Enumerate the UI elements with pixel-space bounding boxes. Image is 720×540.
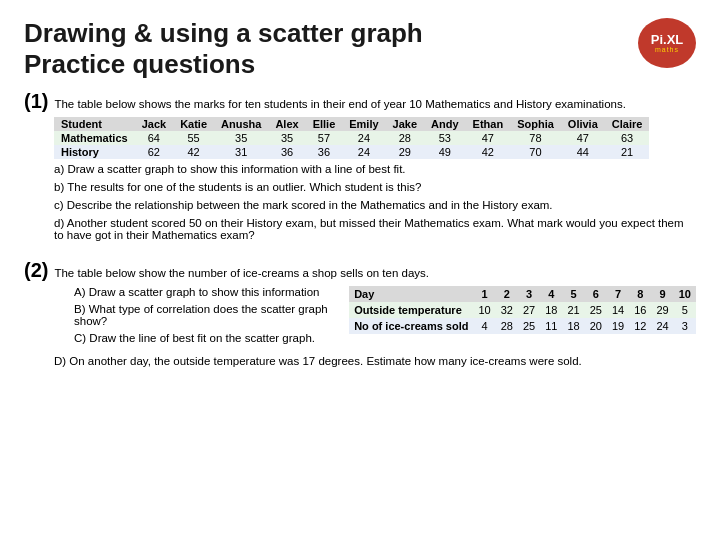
history-label: History [54, 145, 135, 159]
ice-question-d: D) On another day, the outside temperatu… [54, 355, 696, 367]
history-ethan: 42 [466, 145, 511, 159]
section2-questions: A) Draw a scatter graph to show this inf… [74, 286, 339, 349]
col-sophia: Sophia [510, 117, 561, 131]
pixl-logo: Pi.XL maths [638, 18, 696, 68]
section1-number: (1) [24, 90, 48, 113]
history-anusha: 31 [214, 145, 268, 159]
math-alex: 35 [268, 131, 305, 145]
ice-sold-label: No of ice-creams sold [349, 318, 473, 334]
pixl-sub: maths [651, 46, 684, 53]
question-c: c) Describe the relationship between the… [54, 199, 696, 211]
page: Drawing & using a scatter graph Practice… [0, 0, 720, 393]
history-andy: 49 [424, 145, 466, 159]
math-jack: 64 [135, 131, 173, 145]
math-olivia: 47 [561, 131, 605, 145]
math-katie: 55 [173, 131, 214, 145]
history-katie: 42 [173, 145, 214, 159]
section2-number: (2) [24, 259, 48, 282]
history-claire: 21 [605, 145, 650, 159]
history-alex: 36 [268, 145, 305, 159]
section1-table: Student Jack Katie Anusha Alex Ellie Emi… [54, 117, 649, 159]
ice-day-header: Day [349, 286, 473, 302]
ice-temp-row: Outside temperature 10 32 27 18 21 25 14… [349, 302, 696, 318]
section2-table: Day 1 2 3 4 5 6 7 8 9 10 Outside tempera… [349, 286, 696, 334]
col-ellie: Ellie [306, 117, 343, 131]
history-jake: 29 [386, 145, 424, 159]
question-a: a) Draw a scatter graph to show this inf… [54, 163, 696, 175]
history-olivia: 44 [561, 145, 605, 159]
history-sophia: 70 [510, 145, 561, 159]
math-jake: 28 [386, 131, 424, 145]
section1-description: The table below shows the marks for ten … [54, 98, 625, 110]
ice-sold-row: No of ice-creams sold 4 28 25 11 18 20 1… [349, 318, 696, 334]
col-andy: Andy [424, 117, 466, 131]
col-olivia: Olivia [561, 117, 605, 131]
math-ellie: 57 [306, 131, 343, 145]
section2: (2) The table below show the number of i… [24, 259, 696, 367]
history-emily: 24 [342, 145, 385, 159]
header: Drawing & using a scatter graph Practice… [24, 18, 696, 80]
table-history-row: History 62 42 31 36 36 24 29 49 42 70 44… [54, 145, 649, 159]
col-student: Student [54, 117, 135, 131]
pixl-brand: Pi.XL [651, 33, 684, 46]
col-jake: Jake [386, 117, 424, 131]
pixl-circle: Pi.XL maths [638, 18, 696, 68]
math-ethan: 47 [466, 131, 511, 145]
col-jack: Jack [135, 117, 173, 131]
question-b: b) The results for one of the students i… [54, 181, 696, 193]
col-emily: Emily [342, 117, 385, 131]
section2-content: A) Draw a scatter graph to show this inf… [74, 286, 696, 349]
table-math-row: Mathematics 64 55 35 35 57 24 28 53 47 7… [54, 131, 649, 145]
col-katie: Katie [173, 117, 214, 131]
ice-question-a: A) Draw a scatter graph to show this inf… [74, 286, 339, 298]
title-line2: Practice questions [24, 49, 423, 80]
col-anusha: Anusha [214, 117, 268, 131]
math-emily: 24 [342, 131, 385, 145]
ice-temp-label: Outside temperature [349, 302, 473, 318]
math-label: Mathematics [54, 131, 135, 145]
section2-header: (2) The table below show the number of i… [24, 259, 696, 282]
section1: (1) The table below shows the marks for … [24, 90, 696, 241]
section2-description: The table below show the number of ice-c… [54, 267, 429, 279]
col-claire: Claire [605, 117, 650, 131]
section1-header: (1) The table below shows the marks for … [24, 90, 696, 113]
page-title: Drawing & using a scatter graph Practice… [24, 18, 423, 80]
math-andy: 53 [424, 131, 466, 145]
history-jack: 62 [135, 145, 173, 159]
table-header-row: Student Jack Katie Anusha Alex Ellie Emi… [54, 117, 649, 131]
question-d: d) Another student scored 50 on their Hi… [54, 217, 696, 241]
col-ethan: Ethan [466, 117, 511, 131]
ice-header-row: Day 1 2 3 4 5 6 7 8 9 10 [349, 286, 696, 302]
math-anusha: 35 [214, 131, 268, 145]
col-alex: Alex [268, 117, 305, 131]
ice-question-b: B) What type of correlation does the sca… [74, 303, 339, 327]
history-ellie: 36 [306, 145, 343, 159]
math-claire: 63 [605, 131, 650, 145]
math-sophia: 78 [510, 131, 561, 145]
ice-question-c: C) Draw the line of best fit on the scat… [74, 332, 339, 344]
title-line1: Drawing & using a scatter graph [24, 18, 423, 49]
